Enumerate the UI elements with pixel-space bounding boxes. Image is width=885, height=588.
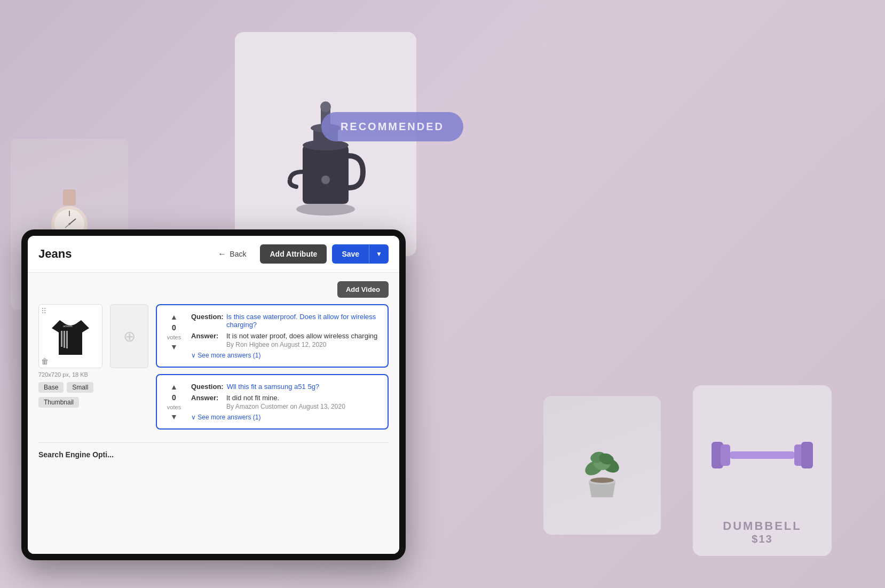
answer-text-2: It did not fit mine. <box>226 394 345 402</box>
drag-handle-icon[interactable]: ⠿ <box>41 307 46 315</box>
vote-control-1: ▲ 0 votes ▼ <box>164 313 184 351</box>
see-more-answers-1[interactable]: ∨ See more answers (1) <box>191 352 380 359</box>
answer-content-1: It is not water proof, does allow wirele… <box>226 332 377 348</box>
save-button-group: Save ▼ <box>332 244 389 264</box>
svg-point-0 <box>296 203 355 216</box>
svg-rect-24 <box>721 444 730 466</box>
svg-point-5 <box>321 176 330 184</box>
device-screen: Jeans ← Back Add Attribute Save ▼ Add Vi… <box>28 236 399 554</box>
dumbbell-product-card: DUMBBELL $13 <box>693 385 832 556</box>
recommended-badge: RECOMMENDED <box>321 112 463 141</box>
back-button[interactable]: ← Back <box>209 245 255 263</box>
answer-text-1: It is not water proof, does allow wirele… <box>226 332 377 340</box>
product-image-secondary: ⊕ <box>110 304 148 368</box>
save-button[interactable]: Save <box>332 244 369 264</box>
page-title: Jeans <box>38 247 72 261</box>
plant-illustration <box>575 433 629 497</box>
vote-count-2: 0 <box>172 393 176 402</box>
svg-rect-28 <box>61 331 62 347</box>
qa-answer-row-1: Answer: It is not water proof, does allo… <box>191 332 380 348</box>
app-header: Jeans ← Back Add Attribute Save ▼ <box>28 236 399 273</box>
delete-image-icon[interactable]: 🗑 <box>41 357 49 365</box>
device-frame: Jeans ← Back Add Attribute Save ▼ Add Vi… <box>21 229 406 560</box>
qa-answer-row-2: Answer: It did not fit mine. By Amazon C… <box>191 394 380 410</box>
qa-section: ▲ 0 votes ▼ Question: Is this case water… <box>156 304 389 436</box>
answer-meta-2: By Amazon Customer on August 13, 2020 <box>226 403 345 410</box>
svg-rect-25 <box>730 451 794 459</box>
question-text-1: Is this case waterproof. Does it allow f… <box>226 313 380 329</box>
dumbbell-illustration <box>709 431 816 479</box>
secondary-images: ⊕ <box>110 304 148 436</box>
add-video-row: Add Video <box>38 281 389 298</box>
question-text-2: Wll this fit a samsung a51 5g? <box>227 383 319 391</box>
question-label-1: Question: <box>191 313 223 329</box>
answer-meta-1: By Ron Higbee on August 12, 2020 <box>226 341 377 348</box>
header-actions: ← Back Add Attribute Save ▼ <box>209 244 389 264</box>
vote-count-1: 0 <box>172 323 176 332</box>
seo-section: Search Engine Opti... <box>38 442 389 459</box>
plant-product-card <box>543 396 661 535</box>
qa-question-row-1: Question: Is this case waterproof. Does … <box>191 313 380 329</box>
save-dropdown-button[interactable]: ▼ <box>369 244 389 264</box>
qa-content-1: Question: Is this case waterproof. Does … <box>191 313 380 359</box>
vote-down-button-2[interactable]: ▼ <box>170 412 178 421</box>
svg-rect-8 <box>63 189 76 205</box>
vote-control-2: ▲ 0 votes ▼ <box>164 383 184 421</box>
image-tags-2: Thumbnail <box>38 397 102 408</box>
svg-point-7 <box>320 101 331 112</box>
vote-label-1: votes <box>167 334 181 340</box>
image-tags: Base Small <box>38 382 102 393</box>
coffee-product-card: COFFEE MAKER <box>235 32 416 256</box>
svg-point-17 <box>590 478 614 483</box>
question-label-2: Question: <box>191 383 224 391</box>
product-image-primary: ⠿ adidas 🗑 <box>38 304 102 368</box>
answer-label-2: Answer: <box>191 394 223 410</box>
tag-base[interactable]: Base <box>38 382 64 393</box>
dumbbell-label: DUMBBELL $13 <box>723 519 801 545</box>
seo-section-title: Search Engine Opti... <box>38 450 389 459</box>
product-tshirt-image: adidas <box>49 312 92 360</box>
tag-small[interactable]: Small <box>67 382 93 393</box>
vote-down-button-1[interactable]: ▼ <box>170 343 178 351</box>
vote-label-2: votes <box>167 404 181 410</box>
qa-card-1: ▲ 0 votes ▼ Question: Is this case water… <box>156 304 389 368</box>
svg-rect-27 <box>801 442 813 468</box>
qa-content-2: Question: Wll this fit a samsung a51 5g?… <box>191 383 380 421</box>
add-attribute-button[interactable]: Add Attribute <box>260 244 327 264</box>
svg-rect-1 <box>303 145 349 204</box>
image-size-info: 720x720 px, 18 KB <box>38 371 102 378</box>
vote-up-button-2[interactable]: ▲ <box>170 383 178 391</box>
answer-label-1: Answer: <box>191 332 223 348</box>
svg-rect-29 <box>64 331 65 348</box>
answer-content-2: It did not fit mine. By Amazon Customer … <box>226 394 345 410</box>
back-arrow-icon: ← <box>218 249 226 259</box>
app-content: Add Video ⠿ <box>28 273 399 554</box>
qa-card-2: ▲ 0 votes ▼ Question: Wll this fit a sam… <box>156 374 389 430</box>
svg-text:adidas: adidas <box>63 324 73 328</box>
add-video-button[interactable]: Add Video <box>337 281 389 298</box>
images-section: ⠿ adidas 🗑 <box>38 304 102 436</box>
see-more-answers-2[interactable]: ∨ See more answers (1) <box>191 414 380 421</box>
tag-thumbnail[interactable]: Thumbnail <box>38 397 79 408</box>
svg-rect-30 <box>66 331 68 348</box>
qa-question-row-2: Question: Wll this fit a samsung a51 5g? <box>191 383 380 391</box>
vote-up-button-1[interactable]: ▲ <box>170 313 178 321</box>
placeholder-icon: ⊕ <box>123 328 136 345</box>
